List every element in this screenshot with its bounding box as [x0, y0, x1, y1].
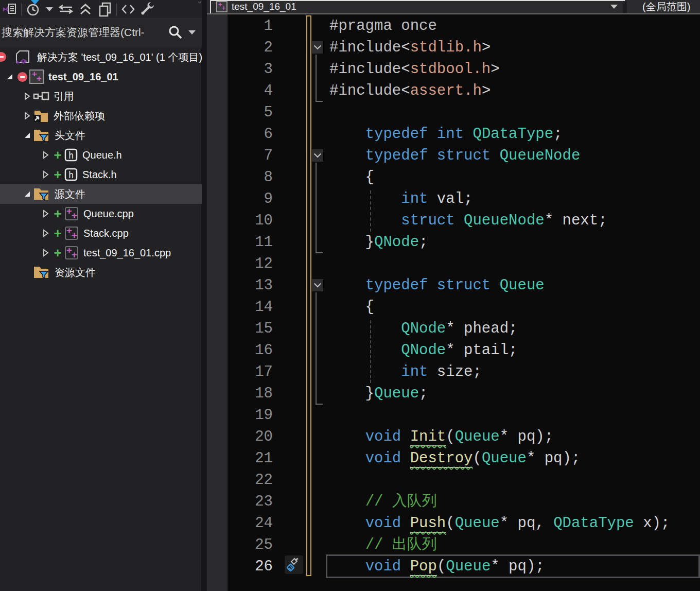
- search-icon[interactable]: [167, 24, 184, 41]
- view-code-button[interactable]: [118, 1, 138, 18]
- function-name: Init: [410, 428, 446, 446]
- sync-with-active-document-button[interactable]: [56, 1, 76, 18]
- fold-collapse-icon[interactable]: [312, 279, 323, 291]
- source-control-added-icon: +: [51, 245, 64, 261]
- tree-expander-icon[interactable]: [40, 170, 51, 179]
- scope-dropdown-label: (全局范围): [627, 0, 690, 14]
- source-control-added-icon: +: [51, 225, 64, 241]
- tree-item-label: Queue.cpp: [83, 208, 134, 220]
- tree-expander-icon[interactable]: [40, 249, 51, 257]
- tree-item--[interactable]: 引用: [0, 86, 202, 106]
- tree-item--[interactable]: 头文件: [0, 126, 202, 145]
- cpp-file-icon: + +: [64, 245, 79, 260]
- visual-studio-window: ” 搜索解决方案资源管理器(Ctrl- 解决方案 'test_09_16_01'…: [0, 0, 700, 591]
- fold-guide: [316, 292, 323, 405]
- tree-item-label: 引用: [54, 90, 74, 103]
- quick-actions-button[interactable]: [285, 555, 303, 574]
- function-name: Pop: [410, 558, 437, 576]
- fold-guide: [316, 55, 323, 102]
- collapse-all-button[interactable]: [76, 1, 95, 18]
- editor-indicator-margin[interactable]: [207, 0, 227, 591]
- tree-expander-icon[interactable]: [22, 112, 33, 120]
- tree-expander-icon[interactable]: [40, 151, 51, 159]
- code-line-2: #include<stdlib.h>: [329, 37, 670, 59]
- tree-item-test_09_16_01.cpp[interactable]: + + +test_09_16_01.cpp: [0, 243, 202, 263]
- project-dropdown[interactable]: + + test_09_16_01: [213, 0, 623, 13]
- svg-text:+: +: [37, 74, 42, 83]
- scope-dropdown[interactable]: (全局范围): [627, 0, 700, 13]
- function-name: Push: [410, 515, 446, 533]
- references-icon: [33, 90, 49, 102]
- solution-search-box[interactable]: 搜索解决方案资源管理器(Ctrl-: [0, 19, 202, 46]
- source-control-added-icon: +: [51, 147, 64, 163]
- cpp-project-icon: + +: [29, 69, 44, 84]
- fold-collapse-icon[interactable]: [312, 41, 323, 54]
- navbar-border: [207, 13, 700, 14]
- show-all-files-button[interactable]: [95, 1, 115, 18]
- filter-folder-icon: [33, 265, 50, 280]
- filter-dropdown-button[interactable]: [43, 1, 56, 18]
- code-line-19: [329, 405, 670, 426]
- panel-editor-splitter[interactable]: [202, 0, 207, 591]
- tree-expander-icon[interactable]: [22, 92, 33, 100]
- code-line-23: // 入队列: [329, 491, 670, 513]
- h-file-icon: h: [64, 148, 78, 162]
- line-number: 5: [227, 102, 273, 124]
- tree-item--[interactable]: 源文件: [0, 184, 202, 204]
- function-name: Destroy: [410, 450, 473, 468]
- code-line-15: QNode* phead;: [329, 318, 670, 340]
- line-number: 26: [227, 556, 273, 578]
- fold-collapse-icon[interactable]: [312, 149, 323, 162]
- solution-icon: [15, 50, 33, 64]
- search-options-chevron-icon[interactable]: [188, 30, 196, 34]
- line-number: 20: [227, 426, 273, 448]
- tree-expander-icon[interactable]: [22, 190, 33, 198]
- tree-item--[interactable]: 外部依赖项: [0, 106, 202, 126]
- tree-item--[interactable]: 资源文件: [0, 263, 202, 282]
- svg-text:h: h: [68, 170, 74, 180]
- toolbar-overflow-icon[interactable]: ”: [198, 0, 201, 8]
- tree-item-label: 源文件: [55, 187, 85, 201]
- toolbar-separator: [116, 3, 117, 15]
- filter-folder-icon: [33, 187, 50, 201]
- code-brackets-icon: [120, 3, 136, 15]
- tree-item-stack.h[interactable]: + hStack.h: [0, 165, 202, 184]
- tree-item-test_09_16_01[interactable]: + +test_09_16_01: [0, 67, 202, 86]
- tree-item-queue.cpp[interactable]: + + +Queue.cpp: [0, 204, 202, 223]
- active-tab-edge: [210, 0, 211, 14]
- code-line-22: [329, 470, 670, 491]
- screwdriver-icon: [286, 557, 302, 572]
- code-line-16: QNode* ptail;: [329, 340, 670, 361]
- tree-item-queue.h[interactable]: + hQueue.h: [0, 145, 202, 165]
- tree-item--test_09_16_01-1-[interactable]: 解决方案 'test_09_16_01' (1 个项目): [0, 47, 202, 67]
- vs-logo-document-icon: [2, 2, 18, 16]
- svg-text:+: +: [222, 5, 225, 12]
- line-number: 1: [227, 15, 273, 37]
- editor-navigation-bar: + + test_09_16_01 (全局范围): [207, 0, 700, 14]
- sync-arrows-icon: [58, 2, 74, 16]
- code-line-4: #include<assert.h>: [329, 80, 670, 102]
- project-dropdown-label: test_09_16_01: [232, 1, 296, 12]
- tree-expander-icon[interactable]: [40, 210, 51, 218]
- code-line-5: [329, 102, 670, 124]
- source-control-minus-badge: [0, 52, 6, 62]
- tree-expander-icon[interactable]: [22, 131, 33, 140]
- code-line-8: {: [329, 167, 670, 188]
- tree-expander-icon[interactable]: [4, 73, 15, 81]
- line-number: 6: [227, 124, 273, 145]
- properties-button[interactable]: [138, 1, 157, 18]
- solution-explorer-panel: ” 搜索解决方案资源管理器(Ctrl- 解决方案 'test_09_16_01'…: [0, 0, 202, 591]
- tree-expander-icon[interactable]: [40, 229, 51, 237]
- switch-views-button[interactable]: [0, 1, 20, 18]
- line-number-gutter[interactable]: 1234567891011121314151617181920212223242…: [227, 15, 273, 578]
- code-line-24: void Push(Queue* pq, QDataType x);: [329, 513, 670, 534]
- line-number: 11: [227, 232, 273, 253]
- svg-text:+: +: [72, 210, 77, 221]
- code-line-6: typedef int QDataType;: [329, 124, 670, 145]
- line-number: 18: [227, 383, 273, 405]
- tree-item-stack.cpp[interactable]: + + +Stack.cpp: [0, 223, 202, 243]
- line-number: 19: [227, 405, 273, 426]
- line-number: 8: [227, 167, 273, 188]
- code-line-3: #include<stdbool.h>: [329, 59, 670, 80]
- code-editor-text[interactable]: #pragma once#include<stdlib.h>#include<s…: [329, 15, 670, 578]
